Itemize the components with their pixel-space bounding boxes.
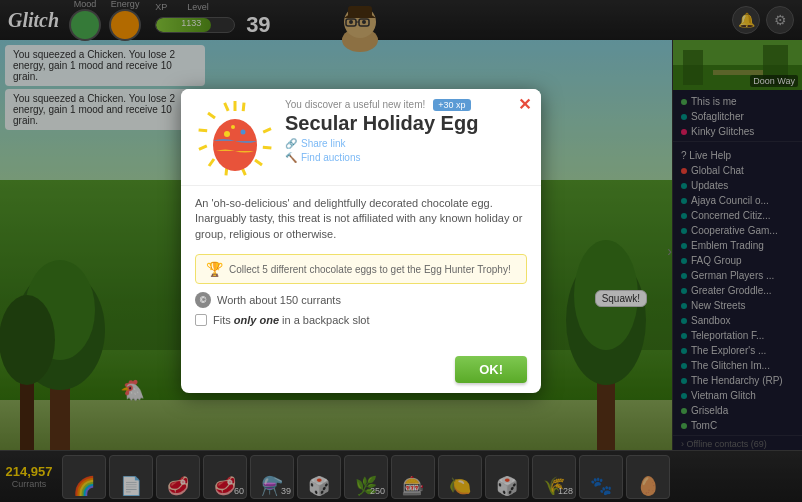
backpack-text: Fits only one in a backpack slot xyxy=(213,314,370,326)
share-link[interactable]: 🔗 Share link xyxy=(285,138,527,149)
link-icon: 🔗 xyxy=(285,138,297,149)
currency-icon: © xyxy=(195,292,211,308)
modal-overlay: ✕ xyxy=(0,0,802,502)
item-discovery-modal: ✕ xyxy=(181,89,541,393)
achievement-text: Collect 5 different chocolate eggs to ge… xyxy=(229,264,511,275)
modal-title-area: You discover a useful new item! +30 xp S… xyxy=(285,99,527,173)
modal-body: An 'oh-so-delicious' and delightfully de… xyxy=(181,186,541,348)
svg-point-36 xyxy=(231,125,235,129)
egg-svg xyxy=(195,99,275,179)
discover-row: You discover a useful new item! +30 xp xyxy=(285,99,527,112)
modal-header: You discover a useful new item! +30 xp S… xyxy=(181,89,541,186)
backpack-checkbox xyxy=(195,314,207,326)
svg-line-22 xyxy=(263,126,271,135)
svg-point-35 xyxy=(241,129,246,134)
modal-close-button[interactable]: ✕ xyxy=(518,97,531,113)
backpack-row: Fits only one in a backpack slot xyxy=(195,314,527,326)
auction-icon: 🔨 xyxy=(285,152,297,163)
svg-line-32 xyxy=(240,103,248,112)
svg-line-24 xyxy=(255,160,262,165)
ok-button[interactable]: OK! xyxy=(455,356,527,383)
find-auctions-label: Find auctions xyxy=(301,152,360,163)
svg-line-29 xyxy=(199,126,208,134)
svg-line-27 xyxy=(209,159,214,166)
achievement-box: 🏆 Collect 5 different chocolate eggs to … xyxy=(195,254,527,284)
share-link-label: Share link xyxy=(301,138,345,149)
trophy-icon: 🏆 xyxy=(206,261,223,277)
modal-links: 🔗 Share link 🔨 Find auctions xyxy=(285,138,527,163)
item-description: An 'oh-so-delicious' and delightfully de… xyxy=(195,196,527,242)
svg-line-30 xyxy=(208,113,215,118)
discover-text: You discover a useful new item! xyxy=(285,99,425,110)
xp-badge: +30 xp xyxy=(433,99,470,111)
svg-point-34 xyxy=(224,131,230,137)
worth-row: © Worth about 150 currants xyxy=(195,292,527,308)
worth-text: Worth about 150 currants xyxy=(217,294,341,306)
modal-footer: OK! xyxy=(181,348,541,393)
svg-point-33 xyxy=(213,119,257,171)
item-name: Secular Holiday Egg xyxy=(285,112,527,134)
find-auctions-link[interactable]: 🔨 Find auctions xyxy=(285,152,527,163)
egg-illustration xyxy=(195,99,275,179)
svg-line-23 xyxy=(263,144,272,152)
svg-line-31 xyxy=(222,103,231,111)
svg-line-28 xyxy=(199,143,207,152)
